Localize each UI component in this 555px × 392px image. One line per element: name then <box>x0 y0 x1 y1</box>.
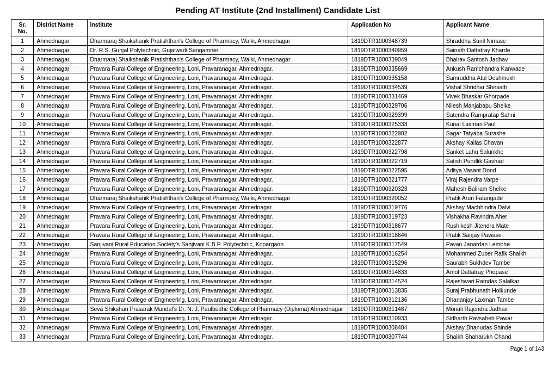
cell-applicant: Vivek Bhaskar Ghorpade <box>443 92 544 101</box>
cell-appno: 1819DTR1000308484 <box>348 323 443 332</box>
cell-srno: 6 <box>11 83 34 92</box>
cell-applicant: Ankush Ramchandra Kanwade <box>443 64 544 73</box>
cell-district: Ahmednagar <box>34 314 87 323</box>
cell-district: Ahmednagar <box>34 83 87 92</box>
cell-appno: 1819DTR1000322595 <box>348 166 443 175</box>
cell-appno: 1819DTR1000348739 <box>348 36 443 46</box>
cell-district: Ahmednagar <box>34 286 87 295</box>
table-row: 21AhmednagarPravara Rural College of Eng… <box>11 221 544 231</box>
cell-applicant: Amol Dattatray Phopase <box>443 267 544 277</box>
cell-applicant: Rajeshwari Ramdas Salalkar <box>443 277 544 286</box>
candidate-table: Sr. No. District Name Institute Applicat… <box>11 19 544 341</box>
cell-appno: 1819DTR1000329706 <box>348 101 443 110</box>
cell-appno: 1819DTR1000334539 <box>348 83 443 92</box>
table-row: 9AhmednagarPravara Rural College of Engi… <box>11 110 544 120</box>
cell-appno: 1819DTR1000322902 <box>348 129 443 138</box>
cell-appno: 1819DTR1000331469 <box>348 92 443 101</box>
cell-applicant: Suraj Prabhunath Holkunde <box>443 286 544 295</box>
cell-srno: 22 <box>11 231 34 240</box>
cell-srno: 3 <box>11 55 34 64</box>
table-row: 33AhmednagarPravara Rural College of Eng… <box>11 332 544 341</box>
table-row: 19AhmednagarPravara Rural College of Eng… <box>11 203 544 212</box>
cell-district: Ahmednagar <box>34 120 87 129</box>
table-row: 24AhmednagarPravara Rural College of Eng… <box>11 249 544 258</box>
table-row: 22AhmednagarPravara Rural College of Eng… <box>11 231 544 240</box>
cell-institute: Pravara Rural College of Engineering, Lo… <box>87 157 348 166</box>
table-row: 29AhmednagarPravara Rural College of Eng… <box>11 295 544 304</box>
cell-district: Ahmednagar <box>34 166 87 175</box>
cell-appno: 1819DTR1000329399 <box>348 110 443 120</box>
cell-srno: 14 <box>11 157 34 166</box>
table-row: 3AhmednagarDharmaraj Shaikshanik Pratish… <box>11 55 544 64</box>
cell-institute: Pravara Rural College of Engineering, Lo… <box>87 175 348 184</box>
cell-district: Ahmednagar <box>34 249 87 258</box>
cell-institute: Sanjivani Rural Education Society's Sanj… <box>87 240 348 249</box>
cell-srno: 27 <box>11 277 34 286</box>
cell-district: Ahmednagar <box>34 157 87 166</box>
cell-district: Ahmednagar <box>34 101 87 110</box>
cell-appno: 1819DTR1000312136 <box>348 295 443 304</box>
cell-srno: 16 <box>11 175 34 184</box>
cell-appno: 1819DTR1000340959 <box>348 46 443 55</box>
cell-appno: 1819DTR1000318646 <box>348 231 443 240</box>
table-row: 20AhmednagarPravara Rural College of Eng… <box>11 212 544 221</box>
cell-institute: Pravara Rural College of Engineering, Lo… <box>87 258 348 267</box>
table-row: 17AhmednagarPravara Rural College of Eng… <box>11 184 544 194</box>
cell-applicant: Nilesh Manjabapu Shelke <box>443 101 544 110</box>
table-row: 26AhmednagarPravara Rural College of Eng… <box>11 267 544 277</box>
cell-district: Ahmednagar <box>34 240 87 249</box>
cell-institute: Pravara Rural College of Engineering, Lo… <box>87 212 348 221</box>
cell-institute: Pravara Rural College of Engineering, Lo… <box>87 231 348 240</box>
cell-srno: 10 <box>11 120 34 129</box>
cell-applicant: Sainath Dattatray Kharde <box>443 46 544 55</box>
cell-applicant: Mahesh Baliram Shelke <box>443 184 544 194</box>
cell-district: Ahmednagar <box>34 203 87 212</box>
cell-srno: 32 <box>11 323 34 332</box>
cell-institute: Pravara Rural College of Engineering, Lo… <box>87 110 348 120</box>
cell-srno: 17 <box>11 184 34 194</box>
cell-applicant: Pratik Arun Fatangade <box>443 194 544 203</box>
table-row: 10AhmednagarPravara Rural College of Eng… <box>11 120 544 129</box>
cell-appno: 1819DTR1000314833 <box>348 267 443 277</box>
cell-institute: Seva Shikshan Prasarak Mandal's Dr. N. J… <box>87 304 348 314</box>
cell-appno: 1819DTR1000319723 <box>348 212 443 221</box>
page-title: Pending AT Institute (2nd Installment) C… <box>11 5 544 15</box>
cell-district: Ahmednagar <box>34 277 87 286</box>
cell-srno: 18 <box>11 194 34 203</box>
col-header-district: District Name <box>34 20 87 36</box>
cell-district: Ahmednagar <box>34 36 87 46</box>
cell-srno: 7 <box>11 92 34 101</box>
cell-applicant: Dhananjay Laxman Tambe <box>443 295 544 304</box>
cell-district: Ahmednagar <box>34 304 87 314</box>
cell-srno: 21 <box>11 221 34 231</box>
cell-srno: 31 <box>11 314 34 323</box>
table-row: 32AhmednagarPravara Rural College of Eng… <box>11 323 544 332</box>
cell-institute: Pravara Rural College of Engineering, Lo… <box>87 64 348 73</box>
table-row: 13AhmednagarPravara Rural College of Eng… <box>11 147 544 157</box>
cell-appno: 1819DTR1000322719 <box>348 157 443 166</box>
cell-applicant: Vishal Shridhar Shirsath <box>443 83 544 92</box>
cell-srno: 30 <box>11 304 34 314</box>
cell-appno: 1819DTR1000322877 <box>348 138 443 147</box>
col-header-applicant: Applicant Name <box>443 20 544 36</box>
cell-district: Ahmednagar <box>34 231 87 240</box>
cell-appno: 1819DTR1000311487 <box>348 304 443 314</box>
cell-district: Ahmednagar <box>34 55 87 64</box>
cell-applicant: Satish Pundlik Gavhad <box>443 157 544 166</box>
cell-institute: Pravara Rural College of Engineering, Lo… <box>87 286 348 295</box>
cell-appno: 1819DTR1000307744 <box>348 332 443 341</box>
cell-applicant: Mohammed Zuber Rafik Shaikh <box>443 249 544 258</box>
cell-district: Ahmednagar <box>34 295 87 304</box>
cell-applicant: Bhairav Santosh Jadhav <box>443 55 544 64</box>
cell-institute: Pravara Rural College of Engineering, Lo… <box>87 314 348 323</box>
cell-appno: 1819DTR1000325333 <box>348 120 443 129</box>
cell-srno: 8 <box>11 101 34 110</box>
cell-srno: 5 <box>11 73 34 83</box>
cell-applicant: Saurabh Sukhdev Tambe <box>443 258 544 267</box>
cell-applicant: Aditya Vasant Dond <box>443 166 544 175</box>
table-row: 31AhmednagarPravara Rural College of Eng… <box>11 314 544 323</box>
cell-applicant: Kunal Laxman Paul <box>443 120 544 129</box>
cell-institute: Pravara Rural College of Engineering, Lo… <box>87 203 348 212</box>
table-row: 4AhmednagarPravara Rural College of Engi… <box>11 64 544 73</box>
cell-applicant: Vishakha Ravindra Aher <box>443 212 544 221</box>
